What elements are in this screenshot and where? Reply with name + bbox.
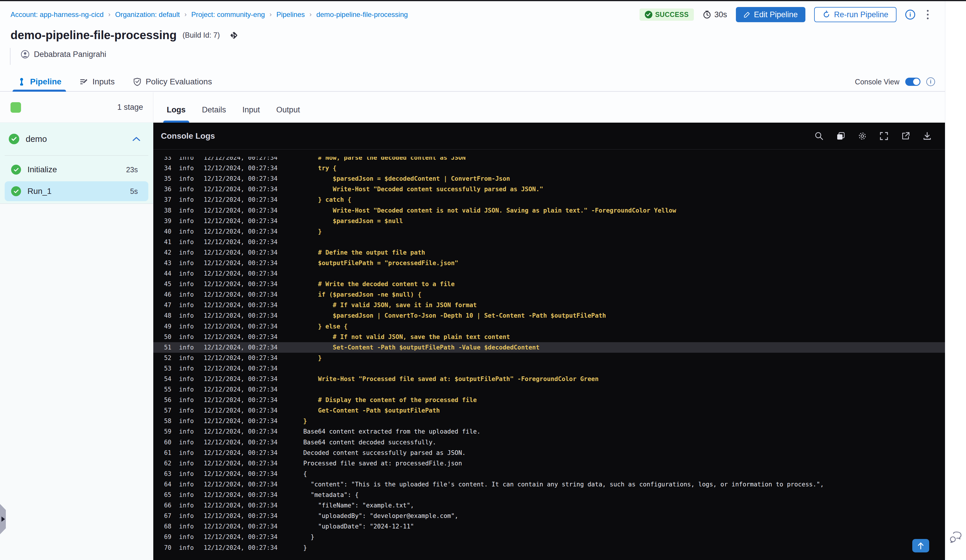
open-external-icon[interactable] [900, 131, 910, 141]
log-message: "uploadDate": "2024-12-11" [303, 523, 414, 530]
log-timestamp: 12/12/2024, 00:27:34 [204, 386, 278, 393]
log-message: } [303, 228, 322, 235]
log-message: Decoded content successfully parsed as J… [303, 449, 465, 457]
step-label: Run_1 [28, 187, 52, 196]
console-tabs: Logs Details Input Output [153, 92, 945, 123]
log-line-number: 50 [153, 333, 171, 340]
download-icon[interactable] [922, 131, 932, 141]
log-line-number: 35 [153, 175, 171, 182]
log-line-number: 61 [153, 449, 171, 457]
log-timestamp: 12/12/2024, 00:27:34 [204, 512, 278, 519]
log-row: 38info12/12/2024, 00:27:34 Write-Host "D… [153, 205, 945, 215]
log-message: # Display the content of the processed f… [303, 396, 476, 404]
breadcrumb-link[interactable]: Account: app-harness-ng-cicd [10, 10, 104, 19]
log-level: info [179, 228, 194, 235]
log-timestamp: 12/12/2024, 00:27:34 [204, 165, 278, 172]
console-tab-details[interactable]: Details [201, 105, 227, 123]
step-success-icon [11, 186, 21, 196]
log-level: info [179, 355, 194, 361]
log-line-number: 39 [153, 217, 171, 225]
log-message: Base64 content decoded successfully. [303, 439, 436, 446]
log-row: 44info12/12/2024, 00:27:34 [153, 268, 945, 279]
stage-demo[interactable]: demo [0, 123, 153, 155]
log-timestamp: 12/12/2024, 00:27:34 [204, 449, 278, 457]
log-timestamp: 12/12/2024, 00:27:34 [204, 355, 278, 361]
copy-icon[interactable] [836, 131, 846, 141]
log-row: 42info12/12/2024, 00:27:34 # Define the … [153, 247, 945, 258]
page-title: demo-pipeline-file-processing [10, 29, 177, 42]
console-view-toggle[interactable] [905, 78, 920, 86]
help-chat-icon[interactable] [950, 531, 962, 544]
log-row: 68info12/12/2024, 00:27:34 "uploadDate":… [153, 521, 945, 532]
console-view-info-icon[interactable]: i [926, 77, 935, 86]
scroll-to-top-button[interactable] [912, 539, 929, 552]
author-row: Debabrata Panigrahi [20, 49, 106, 59]
log-row: 40info12/12/2024, 00:27:34 } [153, 226, 945, 237]
log-timestamp: 12/12/2024, 00:27:34 [204, 228, 278, 235]
log-level: info [179, 481, 194, 488]
log-message: } catch { [303, 196, 351, 203]
console-tab-input[interactable]: Input [241, 105, 261, 123]
log-level: info [179, 428, 194, 435]
log-timestamp: 12/12/2024, 00:27:34 [204, 460, 278, 467]
fullscreen-icon[interactable] [879, 131, 889, 141]
content: 1 stage demo Initialize [0, 92, 945, 560]
console-tab-logs[interactable]: Logs [166, 105, 187, 123]
kebab-menu-icon[interactable] [924, 8, 932, 21]
log-line-number: 63 [153, 470, 171, 477]
log-viewport[interactable]: 33info12/12/2024, 00:27:34 # Now, parse … [153, 157, 945, 560]
play-triangle-icon [2, 517, 5, 522]
breadcrumb-link[interactable]: Project: community-eng [191, 10, 265, 19]
tab-pipeline[interactable]: Pipeline [13, 72, 66, 91]
log-timestamp: 12/12/2024, 00:27:34 [204, 186, 278, 193]
console-tab-output[interactable]: Output [275, 105, 301, 123]
breadcrumb-separator: › [309, 11, 312, 18]
step-row-initialize[interactable]: Initialize 23s [5, 160, 148, 179]
log-row: 61info12/12/2024, 00:27:34Decoded conten… [153, 448, 945, 458]
log-line-number: 40 [153, 228, 171, 235]
right-gutter [945, 1, 966, 560]
log-message: } [303, 355, 322, 361]
info-icon[interactable]: i [905, 10, 915, 20]
author-name: Debabrata Panigrahi [34, 50, 106, 59]
log-message: Get-Content -Path $outputFilePath [303, 407, 440, 414]
log-level: info [179, 460, 194, 467]
step-row-run-1[interactable]: Run_1 5s [5, 181, 148, 201]
log-timestamp: 12/12/2024, 00:27:34 [204, 428, 278, 435]
status-badge: SUCCESS [639, 8, 694, 21]
breadcrumb-link[interactable]: demo-pipeline-file-processing [316, 10, 408, 19]
tab-policy-evaluations[interactable]: Policy Evaluations [128, 72, 217, 91]
log-timestamp: 12/12/2024, 00:27:34 [204, 376, 278, 383]
log-line-number: 58 [153, 417, 171, 425]
log-level: info [179, 544, 194, 551]
log-timestamp: 12/12/2024, 00:27:34 [204, 196, 278, 203]
log-line-number: 64 [153, 481, 171, 488]
search-icon[interactable] [814, 131, 824, 141]
console-log-viewer: Console Logs [153, 123, 945, 560]
log-level: info [179, 386, 194, 393]
log-line-number: 68 [153, 523, 171, 530]
log-row: 47info12/12/2024, 00:27:34 # If valid JS… [153, 300, 945, 310]
log-timestamp: 12/12/2024, 00:27:34 [204, 238, 278, 246]
title-row: demo-pipeline-file-processing (Build Id:… [10, 29, 240, 42]
settings-gear-icon[interactable] [858, 131, 867, 141]
rerun-pipeline-button[interactable]: Re-run Pipeline [814, 7, 897, 22]
log-list: 33info12/12/2024, 00:27:34 # Now, parse … [153, 157, 945, 553]
tab-pipeline-label: Pipeline [30, 77, 61, 86]
console-header: Console Logs [153, 123, 945, 149]
log-level: info [179, 376, 194, 383]
log-message: # If valid JSON, save it in JSON format [303, 302, 476, 309]
tab-inputs[interactable]: Inputs [75, 72, 119, 91]
breadcrumb-link[interactable]: Organization: default [115, 10, 180, 19]
log-row: 37info12/12/2024, 00:27:34 } catch { [153, 194, 945, 205]
stage-panel: demo Initialize 23s [0, 123, 153, 204]
log-line-number: 53 [153, 365, 171, 372]
breadcrumb-link[interactable]: Pipelines [276, 10, 305, 19]
log-level: info [179, 333, 194, 340]
log-timestamp: 12/12/2024, 00:27:34 [204, 333, 278, 340]
log-line-number: 67 [153, 512, 171, 519]
edit-pipeline-button[interactable]: Edit Pipeline [736, 7, 805, 22]
log-row: 33info12/12/2024, 00:27:34 # Now, parse … [153, 157, 945, 163]
log-line-number: 70 [153, 544, 171, 551]
chevron-up-icon[interactable] [133, 136, 140, 141]
